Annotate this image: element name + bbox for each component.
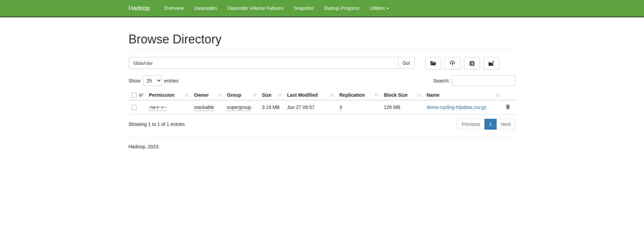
upload-file-button[interactable] [445, 57, 461, 70]
pagination-previous[interactable]: Previous [457, 119, 484, 130]
row-select-cell [129, 100, 146, 114]
search-input[interactable] [452, 75, 516, 86]
folder-move-icon [488, 61, 495, 66]
size-cell: 3.19 MB [259, 100, 284, 114]
table-header-row: Permission Owner Group Size Last Modifie… [129, 90, 516, 100]
last-modified-cell: Jun 27 09:57 [284, 100, 337, 114]
select-all-checkbox[interactable] [131, 93, 136, 98]
search-label: Search: [433, 78, 449, 83]
path-input-group: Go! [129, 57, 415, 69]
directory-path-input[interactable] [129, 57, 398, 69]
group-value[interactable]: supergroup [227, 105, 251, 111]
nav-item-datanode-volume-failures[interactable]: Datanode Volume Failures [222, 0, 289, 17]
sort-both-icon [417, 93, 421, 97]
show-label: Show [129, 78, 141, 83]
set-quota-button[interactable] [464, 57, 480, 70]
column-header-owner[interactable]: Owner [191, 90, 224, 100]
column-header-permission[interactable]: Permission [146, 90, 191, 100]
entries-label: entries [164, 78, 179, 83]
directory-table: Permission Owner Group Size Last Modifie… [129, 90, 516, 114]
sort-both-icon [330, 93, 334, 97]
main-content: Browse Directory Go! [124, 32, 521, 149]
list-icon [470, 61, 475, 66]
permission-cell: -rw-r--r-- [146, 100, 191, 114]
permission-value[interactable]: -rw-r--r-- [149, 105, 167, 111]
top-navbar: Hadoop Overview Datanodes Datanode Volum… [0, 0, 644, 17]
sort-both-icon [218, 93, 222, 97]
page-length-select[interactable]: 25 [143, 75, 162, 86]
pagination: Previous 1 Next [457, 119, 515, 130]
pagination-page-1[interactable]: 1 [484, 119, 497, 130]
column-header-last-modified[interactable]: Last Modified [284, 90, 337, 100]
column-header-group[interactable]: Group [224, 90, 259, 100]
sort-amount-icon[interactable] [139, 93, 143, 97]
footer-divider [129, 138, 516, 138]
sort-both-icon [253, 93, 257, 97]
go-button[interactable]: Go! [398, 57, 415, 69]
table-row: -rw-r--r-- stackable supergroup 3.19 MB … [129, 100, 516, 114]
column-header-replication[interactable]: Replication [337, 90, 381, 100]
sort-both-icon [278, 93, 282, 97]
search-control: Search: [433, 75, 515, 86]
navbar-menu: Overview Datanodes Datanode Volume Failu… [159, 0, 394, 17]
row-checkbox[interactable] [131, 105, 136, 110]
column-label: Replication [339, 92, 365, 98]
header-select-all [129, 90, 146, 100]
nav-item-overview[interactable]: Overview [159, 0, 189, 17]
column-label: Last Modified [287, 92, 318, 98]
site-footer-text: Hadoop, 2023. [129, 144, 516, 149]
file-link[interactable]: demo-cycling-tripdata.csv.gz [427, 105, 486, 110]
folder-open-icon [430, 61, 437, 66]
table-controls: Show 25 entries Search: [129, 75, 516, 86]
actions-cell [503, 100, 516, 114]
column-header-actions [503, 90, 516, 100]
column-header-size[interactable]: Size [259, 90, 284, 100]
pagination-next[interactable]: Next [496, 119, 516, 130]
nav-item-startup-progress[interactable]: Startup Progress [319, 0, 365, 17]
owner-value[interactable]: stackable [194, 105, 214, 111]
create-directory-button[interactable] [425, 57, 441, 70]
nav-item-utilities-label: Utilities [370, 5, 385, 11]
directory-action-buttons [425, 57, 499, 70]
column-label: Name [427, 92, 440, 98]
sort-both-icon [185, 93, 189, 97]
replication-cell: 3 [337, 100, 381, 114]
column-label: Owner [194, 92, 209, 98]
chevron-down-icon [386, 8, 389, 9]
column-label: Block Size [384, 92, 408, 98]
entries-info: Showing 1 to 1 of 1 entries [129, 121, 185, 127]
group-cell: supergroup [224, 100, 259, 114]
sort-both-icon [496, 93, 500, 97]
column-label: Group [227, 92, 241, 98]
nav-item-snapshot[interactable]: Snapshot [289, 0, 319, 17]
nav-item-datanodes[interactable]: Datanodes [189, 0, 222, 17]
page-length-control: Show 25 entries [129, 75, 179, 86]
column-label: Size [262, 92, 272, 98]
nav-item-utilities[interactable]: Utilities [365, 0, 394, 17]
name-cell: demo-cycling-tripdata.csv.gz [424, 100, 503, 114]
trash-icon [505, 104, 510, 109]
column-label: Permission [149, 92, 174, 98]
replication-value[interactable]: 3 [339, 105, 342, 111]
block-size-cell: 128 MB [381, 100, 424, 114]
table-footer: Showing 1 to 1 of 1 entries Previous 1 N… [129, 119, 516, 130]
navbar-brand-hadoop[interactable]: Hadoop [129, 0, 155, 17]
move-button[interactable] [483, 57, 499, 70]
upload-icon [449, 61, 456, 66]
owner-cell: stackable [191, 100, 224, 114]
column-header-block-size[interactable]: Block Size [381, 90, 424, 100]
column-header-name[interactable]: Name [424, 90, 503, 100]
path-bar: Go! [129, 57, 516, 70]
delete-file-button[interactable] [505, 104, 510, 110]
sort-both-icon [374, 93, 379, 97]
page-title: Browse Directory [129, 32, 516, 50]
